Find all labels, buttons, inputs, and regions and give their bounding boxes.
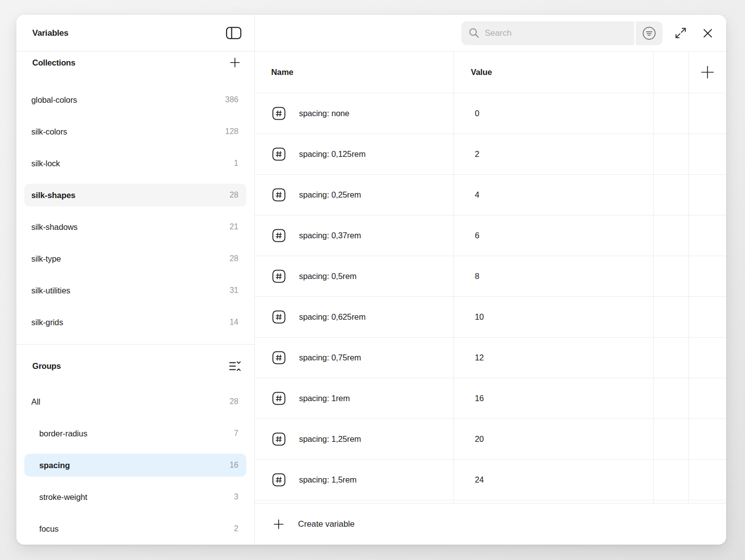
table-header: Name Value — [255, 52, 726, 93]
sidebar-item-group[interactable]: focus 2 — [24, 513, 246, 545]
table-row[interactable]: spacing: 1,5rem 24 — [255, 460, 726, 500]
variable-name: spacing: 1,5rem — [299, 475, 357, 485]
sidebar-item-collection[interactable]: silk-shadows 21 — [24, 211, 246, 243]
group-label: All — [31, 397, 229, 407]
number-variable-icon — [272, 351, 286, 364]
variable-value: 16 — [475, 394, 484, 403]
sidebar-divider — [16, 344, 254, 345]
plus-icon — [700, 65, 715, 80]
collection-count: 14 — [229, 318, 238, 327]
table-row[interactable]: spacing: 0,37rem 6 — [255, 215, 726, 256]
search-group: Search — [461, 21, 663, 45]
collapse-groups-button[interactable] — [228, 359, 241, 373]
sidebar-item-collection[interactable]: silk-type 28 — [24, 243, 246, 275]
variable-name: spacing: 0,125rem — [299, 149, 366, 159]
column-header-value: Value — [454, 52, 654, 93]
collection-count: 28 — [229, 191, 238, 200]
number-variable-icon — [272, 188, 286, 202]
toolbar: Search — [255, 15, 726, 52]
group-label: stroke-weight — [39, 492, 234, 502]
sidebar-item-group[interactable]: spacing 16 — [24, 449, 246, 481]
group-count: 16 — [229, 461, 238, 470]
variable-value: 10 — [475, 312, 484, 322]
groups-section-header: Groups — [16, 355, 254, 377]
variable-value: 6 — [475, 231, 479, 240]
collection-count: 1 — [234, 159, 238, 168]
close-button[interactable] — [700, 26, 715, 41]
group-count: 7 — [234, 429, 238, 438]
variable-name: spacing: 0,25rem — [299, 190, 361, 200]
number-variable-icon — [272, 310, 286, 324]
variable-name: spacing: 0,5rem — [299, 272, 357, 281]
collection-count: 21 — [229, 222, 238, 231]
sidebar-item-collection[interactable]: silk-grids 14 — [24, 306, 246, 338]
search-icon — [468, 27, 480, 39]
number-variable-icon — [272, 147, 286, 161]
variable-value: 2 — [475, 149, 479, 159]
sidebar-item-collection[interactable]: silk-colors 128 — [24, 116, 246, 147]
variable-name: spacing: 0,37rem — [299, 231, 361, 240]
group-count: 3 — [234, 492, 238, 501]
collections-list: global-colors 386 silk-colors 128 silk-l… — [16, 84, 254, 338]
sidebar-item-collection[interactable]: silk-utilities 31 — [24, 275, 246, 306]
expand-icon — [673, 26, 688, 40]
sidebar-item-collection[interactable]: silk-shapes 28 — [24, 179, 246, 211]
table-row[interactable]: spacing: 0,625rem 10 — [255, 297, 726, 338]
number-variable-icon — [272, 392, 286, 405]
add-mode-button[interactable] — [700, 65, 715, 80]
collection-label: global-colors — [31, 95, 225, 105]
toggle-sidebar-button[interactable] — [226, 27, 241, 39]
variable-name: spacing: none — [299, 109, 349, 118]
sidebar: Variables Collections — [16, 15, 255, 545]
sidebar-item-collection[interactable]: global-colors 386 — [24, 84, 246, 116]
search-placeholder: Search — [485, 28, 512, 38]
collections-section-header: Collections — [16, 52, 254, 73]
collection-label: silk-colors — [31, 127, 225, 137]
table-row[interactable]: spacing: 1,25rem 20 — [255, 419, 726, 460]
table-row[interactable]: spacing: 0,5rem 8 — [255, 256, 726, 297]
group-label: focus — [39, 524, 234, 534]
table-row[interactable]: spacing: 0,75rem 12 — [255, 338, 726, 378]
collection-label: silk-type — [31, 254, 229, 264]
main-area: Search — [255, 15, 726, 545]
column-header-name: Name — [255, 52, 454, 93]
search-input[interactable]: Search — [461, 21, 634, 45]
variables-panel: Variables Collections — [16, 15, 726, 545]
number-variable-icon — [272, 432, 286, 446]
sidebar-item-group[interactable]: All 28 — [24, 386, 246, 418]
sidebar-item-group[interactable]: border-radius 7 — [24, 418, 246, 449]
variable-name: spacing: 0,75rem — [299, 353, 361, 362]
collections-title: Collections — [32, 58, 75, 68]
variable-value: 4 — [475, 190, 479, 200]
number-variable-icon — [272, 270, 286, 283]
variable-value: 8 — [475, 272, 479, 281]
collection-label: silk-shapes — [31, 191, 229, 200]
variable-name: spacing: 1rem — [299, 394, 350, 403]
variable-name: spacing: 0,625rem — [299, 312, 366, 322]
filter-button[interactable] — [636, 21, 663, 45]
collection-count: 386 — [225, 95, 238, 104]
collection-label: silk-lock — [31, 159, 234, 168]
create-variable-button[interactable]: Create variable — [255, 518, 355, 531]
groups-title: Groups — [32, 361, 61, 371]
number-variable-icon — [272, 473, 286, 487]
variable-name: spacing: 1,25rem — [299, 434, 361, 444]
group-count: 2 — [234, 524, 238, 533]
variable-value: 20 — [475, 434, 484, 444]
sidebar-header: Variables — [16, 15, 254, 52]
page-title: Variables — [32, 28, 69, 38]
sidebar-item-collection[interactable]: silk-lock 1 — [24, 147, 246, 179]
add-collection-button[interactable] — [228, 56, 241, 69]
variable-value: 0 — [475, 109, 479, 118]
sidebar-item-group[interactable]: stroke-weight 3 — [24, 481, 246, 513]
column-header-add — [689, 52, 726, 93]
table-row[interactable]: spacing: 0,125rem 2 — [255, 134, 726, 175]
variable-value: 12 — [475, 353, 484, 362]
table-row[interactable]: spacing: 0,25rem 4 — [255, 175, 726, 215]
create-variable-label: Create variable — [298, 519, 355, 529]
group-label: border-radius — [39, 429, 234, 438]
expand-button[interactable] — [673, 26, 688, 41]
table-row[interactable]: spacing: none 0 — [255, 93, 726, 134]
collection-count: 128 — [225, 127, 238, 136]
table-row[interactable]: spacing: 1rem 16 — [255, 378, 726, 419]
